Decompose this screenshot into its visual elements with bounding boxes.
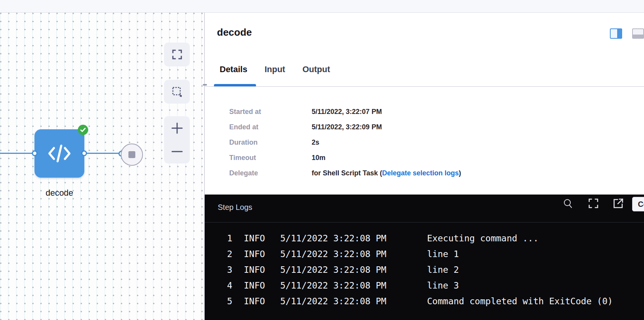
search-icon [563, 199, 572, 208]
success-badge [78, 125, 88, 135]
detail-value: 5/11/2022, 3:22:07 PM [312, 108, 382, 116]
step-logs-console: Step Logs [205, 195, 644, 320]
panel-title: decode [217, 26, 252, 38]
stop-icon [128, 151, 135, 158]
detail-label: Timeout [229, 154, 312, 162]
plus-icon [171, 122, 183, 134]
node-port-out[interactable] [81, 150, 87, 156]
console-title: Step Logs [218, 203, 252, 212]
detail-row-ended-at: Ended at 5/11/2022, 3:22:09 PM [229, 119, 461, 135]
console-header: Step Logs [205, 195, 644, 223]
zoom-in-button[interactable] [164, 116, 190, 140]
minus-icon [171, 146, 183, 157]
log-level: INFO [244, 231, 265, 246]
bottom-view-toggle[interactable] [632, 28, 644, 39]
zoom-pill [164, 116, 190, 163]
tab-details[interactable]: Details [220, 64, 247, 75]
log-level: INFO [244, 262, 265, 278]
detail-row-delegate: Delegate for Shell Script Task (Delegate… [229, 165, 461, 181]
log-line: 3 INFO 5/11/2022 3:22:08 PM line 2 [205, 262, 644, 278]
log-timestamp: 5/11/2022 3:22:08 PM [280, 262, 386, 278]
log-timestamp: 5/11/2022 3:22:08 PM [280, 278, 386, 294]
external-link-icon [613, 198, 624, 209]
top-header-band [0, 0, 644, 13]
delegate-text-suffix: ) [459, 169, 461, 177]
panel-resize-handle[interactable] [203, 84, 207, 86]
log-fullscreen-button[interactable] [588, 198, 598, 208]
delegate-text: for Shell Script Task ( [312, 169, 382, 177]
fullscreen-icon [172, 49, 182, 60]
log-timestamp: 5/11/2022 3:22:08 PM [280, 294, 386, 309]
canvas-multi-select-button[interactable] [164, 80, 190, 104]
tabs-divider [205, 86, 644, 87]
log-line: 5 INFO 5/11/2022 3:22:08 PM Command comp… [205, 294, 644, 309]
log-search-button[interactable] [563, 198, 573, 208]
console-view-button[interactable]: Co [632, 197, 644, 211]
detail-label: Duration [229, 139, 312, 147]
zoom-out-button[interactable] [164, 140, 190, 164]
log-line: 4 INFO 5/11/2022 3:22:08 PM line 3 [205, 278, 644, 294]
tab-bar: Details Input Output [220, 64, 330, 75]
log-message: line 2 [427, 262, 459, 278]
log-timestamp: 5/11/2022 3:22:08 PM [280, 246, 386, 262]
check-icon [80, 127, 86, 132]
detail-row-started-at: Started at 5/11/2022, 3:22:07 PM [229, 104, 461, 119]
code-icon [48, 144, 71, 163]
detail-value: 10m [312, 154, 325, 162]
log-message: line 1 [427, 246, 459, 262]
detail-value: for Shell Script Task (Delegate selectio… [312, 169, 461, 177]
log-line-number: 3 [205, 262, 232, 278]
canvas-fullscreen-button[interactable] [164, 43, 190, 66]
tab-input[interactable]: Input [264, 64, 285, 75]
step-node-decode[interactable] [34, 129, 84, 178]
tab-output[interactable]: Output [302, 64, 330, 75]
connector-line-in [0, 153, 32, 154]
open-logs-new-tab-button[interactable] [613, 198, 623, 208]
log-line: 1 INFO 5/11/2022 3:22:08 PM Executing co… [205, 231, 644, 246]
log-line-number: 5 [205, 294, 232, 309]
detail-value: 5/11/2022, 3:22:09 PM [312, 123, 382, 131]
pipeline-end-node[interactable] [121, 144, 143, 166]
log-message: Command completed with ExitCode (0) [427, 294, 613, 309]
log-level: INFO [244, 294, 265, 309]
connector-line-out [86, 153, 119, 154]
expand-icon [588, 198, 599, 209]
detail-label: Ended at [229, 123, 312, 131]
log-line-number: 2 [205, 246, 232, 262]
log-line-number: 4 [205, 278, 232, 294]
log-lines[interactable]: 1 INFO 5/11/2022 3:22:08 PM Executing co… [205, 231, 644, 309]
log-line: 2 INFO 5/11/2022 3:22:08 PM line 1 [205, 246, 644, 262]
log-level: INFO [244, 246, 265, 262]
step-details-panel: decode Details Input Output Started at 5… [204, 13, 644, 320]
log-level: INFO [244, 278, 265, 294]
split-view-toggle[interactable] [610, 28, 622, 39]
console-view-label: Co [638, 200, 644, 209]
detail-row-duration: Duration 2s [229, 135, 461, 150]
log-line-number: 1 [205, 231, 232, 246]
log-message: line 3 [427, 278, 459, 294]
delegate-selection-logs-link[interactable]: Delegate selection logs [382, 169, 459, 177]
marquee-selection-icon [172, 86, 182, 97]
details-section: Started at 5/11/2022, 3:22:07 PM Ended a… [229, 104, 461, 181]
detail-label: Started at [229, 108, 312, 116]
node-port-in[interactable] [32, 150, 38, 156]
detail-value: 2s [312, 139, 319, 147]
panel-bottom-icon [633, 35, 643, 38]
log-message: Executing command ... [427, 231, 539, 246]
detail-row-timeout: Timeout 10m [229, 150, 461, 165]
panel-right-icon [617, 29, 621, 38]
log-timestamp: 5/11/2022 3:22:08 PM [280, 231, 386, 246]
node-label: decode [34, 188, 84, 198]
detail-label: Delegate [229, 169, 312, 177]
